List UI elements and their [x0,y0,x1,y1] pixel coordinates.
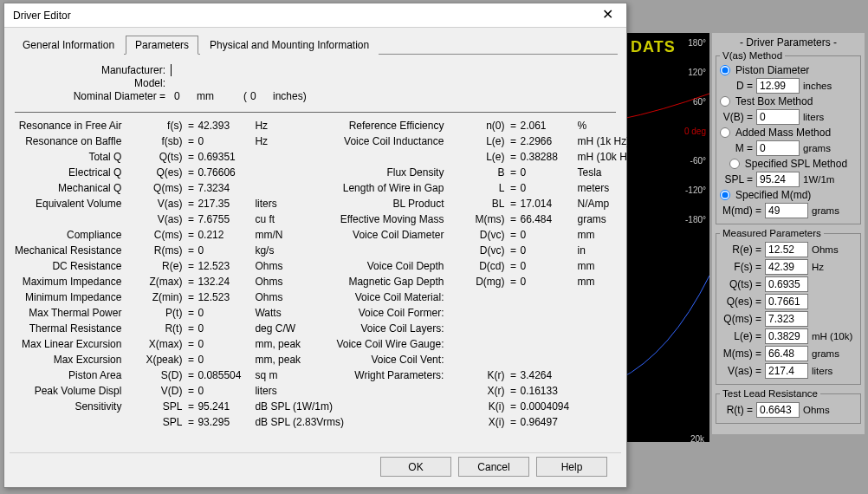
param-value[interactable] [518,305,575,321]
param-value[interactable]: 0.0004094 [518,399,575,414]
tab-parameters[interactable]: Parameters [126,36,198,55]
param-label: Max Linear Excursion [15,336,128,352]
spl-method-radio[interactable] [729,159,740,169]
panel-heading: - Driver Parameters - [716,36,861,49]
help-button[interactable]: Help [536,457,607,477]
param-unit: Ohms [253,258,336,274]
tab-physical[interactable]: Physical and Mounting Information [200,36,379,55]
param-label: Voice Coil Layers: [336,321,450,336]
measured-label: L(e) = [720,330,761,342]
spl-label: SPL = [720,173,753,185]
param-value[interactable]: 0 [518,243,575,258]
param-value[interactable]: 0 [196,383,253,399]
param-value[interactable]: 0.76606 [196,165,253,180]
param-value[interactable]: 0.16133 [518,383,575,399]
test-box-radio[interactable] [720,96,730,107]
param-value[interactable]: 12.523 [196,258,253,274]
close-icon[interactable]: ✕ [590,4,625,27]
param-symbol: L(e) [450,133,508,149]
mmd-radio[interactable] [720,190,730,200]
param-value[interactable]: 217.35 [196,196,253,211]
param-value[interactable]: 0 [196,336,253,352]
param-symbol [450,305,508,321]
param-value[interactable]: 0.212 [196,227,253,243]
measured-input[interactable] [765,311,808,327]
param-label: Electrical Q [15,165,128,180]
param-row: K(i)=0.0004094 [336,399,658,414]
param-value[interactable]: 0.69351 [196,149,253,165]
param-unit: N/Amp [575,196,658,211]
param-value[interactable]: 2.061 [518,118,575,133]
d-input[interactable] [756,78,800,94]
param-value[interactable] [518,321,575,336]
param-value[interactable] [518,336,575,352]
param-value[interactable]: 0 [518,227,575,243]
measured-input[interactable] [765,363,808,379]
param-value[interactable]: 2.2966 [518,133,575,149]
measured-input[interactable] [765,259,808,275]
param-unit: Tesla [575,165,658,180]
param-row: SensitivitySPL=95.241dB SPL (1W/1m) [15,399,336,414]
param-row: SPL=93.295dB SPL (2.83Vrms) [15,414,336,430]
param-unit: mH (1k Hz) [575,133,658,149]
measured-input[interactable] [765,294,808,309]
param-eq: = [185,243,196,258]
param-eq: = [185,414,196,430]
measured-input[interactable] [765,328,808,344]
ok-button[interactable]: OK [380,457,451,477]
measured-input[interactable] [765,242,808,257]
param-value[interactable]: 0 [518,274,575,289]
param-unit: Hz [253,118,336,133]
spl-input[interactable] [756,172,800,187]
param-eq: = [185,399,196,414]
tab-general[interactable]: General Information [13,36,124,55]
param-eq: = [508,274,518,289]
param-value[interactable]: 3.4264 [518,367,575,383]
param-value[interactable]: 0 [518,258,575,274]
param-value[interactable]: 0.085504 [196,367,253,383]
nomdiam-value[interactable]: 0 [171,90,197,102]
param-value[interactable]: 95.241 [196,399,253,414]
rt-input[interactable] [756,402,800,418]
m-input[interactable] [756,140,800,156]
param-value[interactable]: 0.96497 [518,414,575,430]
param-value[interactable] [518,352,575,367]
param-value[interactable]: 66.484 [518,211,575,227]
measured-input[interactable] [765,346,808,361]
cancel-button[interactable]: Cancel [458,457,529,477]
param-value[interactable]: 12.523 [196,289,253,305]
manufacturer-label: Manufacturer: [15,64,171,76]
param-value[interactable]: 0.38288 [518,149,575,165]
param-value[interactable]: 0 [196,352,253,367]
param-row: X(i)=0.96497 [336,414,658,430]
vb-input[interactable] [756,109,800,125]
param-value[interactable] [518,289,575,305]
added-mass-radio[interactable] [720,127,730,138]
param-value[interactable]: 93.295 [196,414,253,430]
mmd-input[interactable] [765,203,808,218]
param-value[interactable]: 17.014 [518,196,575,211]
param-value[interactable]: 42.393 [196,118,253,133]
param-value[interactable]: 0 [518,180,575,196]
vas-legend: V(as) Method [720,50,785,61]
param-value[interactable]: 7.3234 [196,180,253,196]
param-value[interactable]: 132.24 [196,274,253,289]
measured-input[interactable] [765,276,808,292]
param-value[interactable]: 0 [196,243,253,258]
param-symbol: SPL [128,399,185,414]
param-symbol: Q(ts) [128,149,185,165]
measured-unit: mH (10k) [812,331,857,341]
param-value[interactable]: 0 [196,321,253,336]
param-symbol: S(D) [128,367,185,383]
param-value[interactable]: 7.6755 [196,211,253,227]
piston-diameter-radio[interactable] [720,65,730,75]
measured-row: F(s) =Hz [720,259,857,275]
measured-unit: Ohms [812,244,857,255]
param-value[interactable]: 0 [196,133,253,149]
nomdiam-paren: ( [231,90,247,102]
button-row: OK Cancel Help [10,452,621,482]
param-columns: Resonance in Free Airf(s)=42.393HzResona… [15,118,616,430]
param-value[interactable]: 0 [518,165,575,180]
param-value[interactable]: 0 [196,305,253,321]
nomdiam-label: Nominal Diameter = [15,90,171,102]
